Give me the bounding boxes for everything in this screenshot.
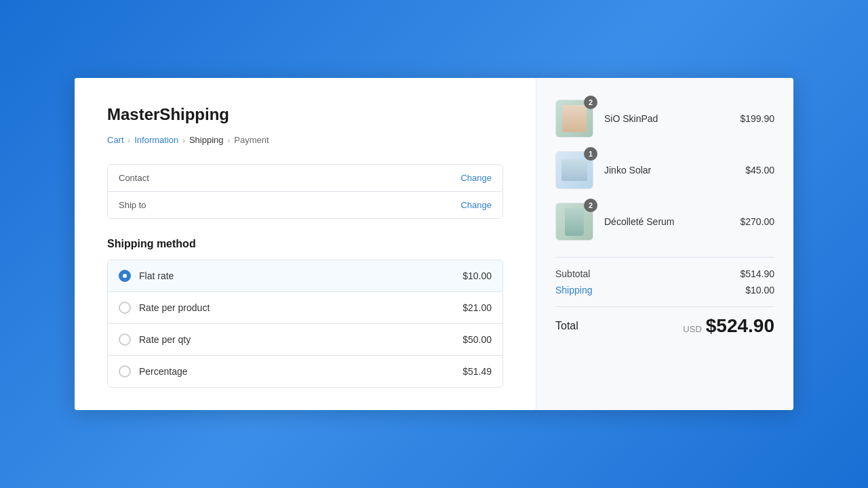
option-label-per-qty: Rate per qty (139, 334, 462, 345)
product-price-serum: $270.00 (740, 216, 774, 227)
option-price-flat: $10.00 (462, 270, 492, 281)
shipping-summary-label: Shipping (555, 285, 593, 296)
product-item-serum: 2 Décolleté Serum $270.00 (555, 203, 774, 241)
contact-value (173, 173, 452, 183)
product-name-serum: Décolleté Serum (604, 216, 740, 227)
breadcrumb-sep-1: › (128, 136, 131, 144)
jinko-solar-icon (561, 159, 587, 181)
radio-per-product (119, 302, 131, 314)
total-value-wrap: USD $524.90 (683, 315, 774, 337)
contact-change-link[interactable]: Change (460, 173, 492, 183)
option-price-per-qty: $50.00 (462, 334, 492, 345)
product-price-sio: $199.90 (740, 113, 774, 124)
serum-icon (565, 207, 584, 236)
option-label-flat: Flat rate (139, 270, 462, 281)
sio-skinpad-icon (562, 105, 587, 132)
product-item-jinko: 1 Jinko Solar $45.00 (555, 151, 774, 189)
product-img-wrap-serum: 2 (555, 203, 593, 241)
breadcrumb-information[interactable]: Information (134, 135, 178, 145)
shipping-row: Shipping $10.00 (555, 285, 774, 296)
breadcrumb-cart[interactable]: Cart (107, 135, 124, 145)
store-name: MasterShipping (107, 105, 503, 124)
product-item-sio: 2 SiO SkinPad $199.90 (555, 100, 774, 138)
breadcrumb-sep-2: › (182, 136, 185, 144)
radio-flat (119, 270, 131, 282)
radio-percentage (119, 365, 131, 378)
product-list: 2 SiO SkinPad $199.90 1 Jinko Solar $45.… (555, 100, 774, 241)
left-panel: MasterShipping Cart › Information › Ship… (75, 78, 536, 410)
shipping-option-per-product[interactable]: Rate per product $21.00 (108, 291, 502, 323)
breadcrumb-sep-3: › (228, 136, 231, 144)
option-label-per-product: Rate per product (139, 302, 462, 313)
shipping-option-percentage[interactable]: Percentage $51.49 (108, 355, 502, 387)
sio-qty-badge: 2 (584, 96, 597, 109)
shipping-summary-value: $10.00 (745, 285, 774, 296)
subtotal-value: $514.90 (740, 268, 774, 279)
ship-to-value (173, 200, 452, 210)
product-price-jinko: $45.00 (745, 165, 774, 176)
breadcrumb-shipping: Shipping (189, 135, 224, 145)
product-img-wrap-jinko: 1 (555, 151, 593, 189)
product-img-wrap-sio: 2 (555, 100, 593, 138)
contact-row: Contact Change (108, 165, 502, 191)
contact-info-box: Contact Change Ship to Ch (107, 164, 503, 219)
ship-to-label: Ship to (119, 200, 173, 210)
jinko-qty-badge: 1 (584, 147, 597, 161)
breadcrumb-payment: Payment (234, 135, 269, 145)
shipping-methods-list: Flat rate $10.00 Rate per product $21.00… (107, 260, 503, 388)
total-currency: USD (683, 324, 701, 334)
shipping-option-per-qty[interactable]: Rate per qty $50.00 (108, 323, 502, 355)
order-summary-panel: 2 SiO SkinPad $199.90 1 Jinko Solar $45.… (536, 78, 793, 410)
option-label-percentage: Percentage (139, 366, 462, 377)
total-value: $524.90 (706, 315, 774, 337)
option-price-percentage: $51.49 (462, 366, 492, 377)
total-label: Total (555, 320, 578, 332)
ship-to-change-link[interactable]: Change (460, 200, 492, 210)
shipping-method-title: Shipping method (107, 238, 503, 250)
subtotal-row: Subtotal $514.90 (555, 268, 774, 279)
product-name-sio: SiO SkinPad (604, 113, 740, 124)
subtotal-label: Subtotal (555, 268, 590, 279)
checkout-container: MasterShipping Cart › Information › Ship… (75, 78, 793, 410)
serum-qty-badge: 2 (584, 199, 597, 212)
product-name-jinko: Jinko Solar (604, 165, 745, 176)
breadcrumb: Cart › Information › Shipping › Payment (107, 135, 503, 145)
total-row: Total USD $524.90 (555, 306, 774, 337)
summary-divider (555, 257, 774, 258)
shipping-option-flat[interactable]: Flat rate $10.00 (108, 260, 502, 291)
option-price-per-product: $21.00 (462, 302, 492, 313)
contact-label: Contact (119, 173, 173, 183)
radio-per-qty (119, 333, 131, 346)
ship-to-row: Ship to Change (108, 191, 502, 218)
